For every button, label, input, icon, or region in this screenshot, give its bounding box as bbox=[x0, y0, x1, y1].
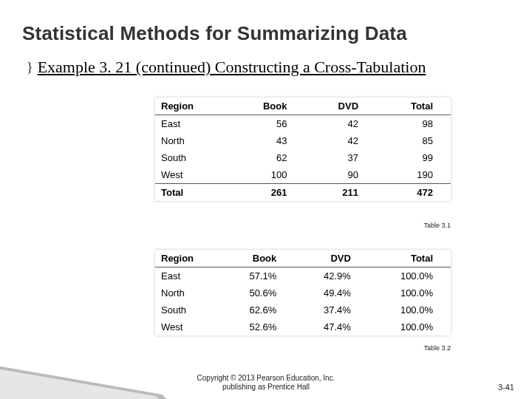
table-row: West 100 90 190 bbox=[155, 166, 451, 184]
cell-book: 43 bbox=[228, 132, 305, 149]
cell-total: 85 bbox=[376, 132, 451, 149]
cell-dvd: 37 bbox=[304, 149, 376, 166]
cell-region: North bbox=[155, 284, 220, 301]
cell-book: 56 bbox=[228, 115, 305, 133]
cell-book: 52.6% bbox=[220, 318, 295, 335]
table-total-row: Total 261 211 472 bbox=[155, 184, 451, 202]
cell-region: North bbox=[155, 132, 228, 149]
col-region: Region bbox=[155, 250, 220, 267]
copyright-footer: Copyright © 2013 Pearson Education, Inc.… bbox=[0, 374, 532, 392]
cell-book: 261 bbox=[228, 184, 305, 202]
table-caption: Table 3.2 bbox=[155, 344, 451, 352]
col-dvd: DVD bbox=[294, 250, 369, 267]
cell-dvd: 90 bbox=[304, 166, 376, 184]
cell-total: 100.0% bbox=[369, 284, 451, 301]
cross-tab-percent-table: Region Book DVD Total East 57.1% 42.9% 1… bbox=[155, 250, 451, 335]
table-row: South 62 37 99 bbox=[155, 149, 451, 166]
cell-region: East bbox=[155, 115, 228, 133]
col-book: Book bbox=[228, 98, 305, 115]
table-row: North 50.6% 49.4% 100.0% bbox=[155, 284, 451, 301]
table-row: East 57.1% 42.9% 100.0% bbox=[155, 267, 451, 285]
cell-dvd: 47.4% bbox=[294, 318, 369, 335]
slide: Statistical Methods for Summarizing Data… bbox=[0, 0, 532, 399]
table-row: North 43 42 85 bbox=[155, 132, 451, 149]
cross-tab-counts-table: Region Book DVD Total East 56 42 98 Nort… bbox=[155, 98, 451, 201]
cell-book: 100 bbox=[228, 166, 305, 184]
table: Region Book DVD Total East 57.1% 42.9% 1… bbox=[155, 250, 451, 335]
col-region: Region bbox=[155, 98, 228, 115]
bullet-marker-icon: } bbox=[27, 58, 33, 77]
table-header-row: Region Book DVD Total bbox=[155, 98, 451, 115]
cell-dvd: 49.4% bbox=[294, 284, 369, 301]
table-caption: Table 3.1 bbox=[155, 222, 451, 229]
cell-dvd: 42 bbox=[304, 132, 376, 149]
cell-book: 57.1% bbox=[220, 267, 295, 285]
cell-total: 98 bbox=[376, 115, 451, 133]
col-dvd: DVD bbox=[304, 98, 376, 115]
bullet-item: } Example 3. 21 (continued) Constructing… bbox=[27, 58, 502, 77]
table: Region Book DVD Total East 56 42 98 Nort… bbox=[155, 98, 451, 201]
table-row: South 62.6% 37.4% 100.0% bbox=[155, 301, 451, 318]
cell-dvd: 42.9% bbox=[294, 267, 369, 285]
table-row: East 56 42 98 bbox=[155, 115, 451, 133]
page-number: 3-41 bbox=[498, 383, 514, 392]
col-total: Total bbox=[369, 250, 451, 267]
cell-book: 62.6% bbox=[220, 301, 295, 318]
table-row: West 52.6% 47.4% 100.0% bbox=[155, 318, 451, 335]
col-book: Book bbox=[220, 250, 295, 267]
cell-book: 62 bbox=[228, 149, 305, 166]
cell-total: 472 bbox=[376, 184, 451, 202]
example-title: Example 3. 21 (continued) Constructing a… bbox=[38, 58, 426, 77]
cell-total: 100.0% bbox=[369, 267, 451, 285]
cell-region: East bbox=[155, 267, 220, 285]
cell-region: West bbox=[155, 166, 228, 184]
cell-total: 99 bbox=[376, 149, 451, 166]
copyright-line-1: Copyright © 2013 Pearson Education, Inc. bbox=[197, 374, 335, 382]
copyright-line-2: publishing as Prentice Hall bbox=[222, 383, 310, 391]
table-header-row: Region Book DVD Total bbox=[155, 250, 451, 267]
cell-dvd: 211 bbox=[304, 184, 376, 202]
cell-total: 100.0% bbox=[369, 318, 451, 335]
cell-region: South bbox=[155, 301, 220, 318]
cell-total: 100.0% bbox=[369, 301, 451, 318]
cell-dvd: 37.4% bbox=[294, 301, 369, 318]
cell-book: 50.6% bbox=[220, 284, 295, 301]
cell-total: 190 bbox=[376, 166, 451, 184]
cell-region: West bbox=[155, 318, 220, 335]
cell-region: Total bbox=[155, 184, 228, 202]
cell-dvd: 42 bbox=[304, 115, 376, 133]
col-total: Total bbox=[376, 98, 451, 115]
cell-region: South bbox=[155, 149, 228, 166]
slide-title: Statistical Methods for Summarizing Data bbox=[22, 22, 517, 45]
